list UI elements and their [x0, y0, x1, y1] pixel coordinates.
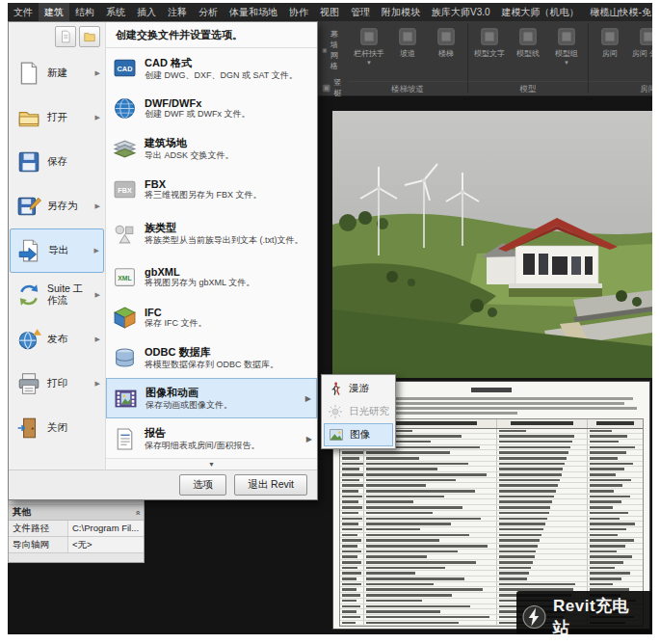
export-item-dwf[interactable]: DWF/DWFx创建 DWF 或 DWFx 文件。	[106, 89, 317, 129]
ribbon-tab[interactable]: 文件	[8, 3, 39, 21]
ribbon-button[interactable]: 房间	[591, 24, 629, 58]
ribbon-tab[interactable]: 建模大师（机电）	[496, 3, 585, 21]
menu-item-save[interactable]: 保存	[10, 140, 104, 184]
table-cell	[588, 571, 643, 576]
ribbon-tab[interactable]: 注释	[162, 3, 193, 21]
watermark-text: Revit充电站	[553, 595, 643, 634]
ribbon-tab[interactable]: 体量和场地	[224, 3, 283, 21]
export-item-gbxml[interactable]: XMLgbXML将视图另存为 gbXML 文件。	[106, 257, 317, 298]
table-cell	[364, 505, 497, 510]
ribbon-tab[interactable]: 附加模块	[376, 3, 426, 21]
table-cell	[497, 511, 588, 516]
export-item-text: 图像和动画保存动画或图像文件。	[145, 386, 298, 411]
model-3d-view[interactable]	[332, 111, 652, 378]
export-item-report[interactable]: 报告保存明细表或房间/面积报告。▶	[106, 418, 317, 459]
save-icon	[16, 149, 41, 174]
report-icon	[113, 427, 137, 451]
table-cell	[588, 517, 643, 522]
property-value[interactable]: C:\Program Fil...	[68, 521, 144, 536]
table-cell	[340, 483, 364, 488]
ribbon-small-button[interactable]: 幕墙 网格	[322, 29, 345, 71]
ribbon-button-label: 模型组	[555, 49, 578, 58]
export-item-fbx[interactable]: FBXFBX将三维视图另存为 FBX 文件。	[106, 169, 317, 209]
options-button[interactable]: 选项	[179, 474, 226, 496]
menu-item-new[interactable]: 新建▶	[10, 51, 104, 95]
ribbon-tab-bar: 文件建筑结构系统插入注释分析体量和场地协作视图管理附加模块族库大师V3.0建模大…	[8, 3, 652, 21]
ribbon-button[interactable]: 栏杆扶手▼	[350, 24, 388, 66]
submenu-arrow-icon: ▶	[95, 380, 100, 388]
ribbon-button[interactable]: 模型组▼	[547, 24, 586, 66]
table-cell	[497, 505, 588, 510]
text-bar	[590, 441, 619, 443]
flyout-item-image[interactable]: 图像	[324, 423, 393, 446]
export-item-family-types[interactable]: 族类型将族类型从当前族导出到文本 (.txt)文件。	[106, 209, 317, 257]
model-text-icon	[479, 26, 500, 47]
ribbon-tab[interactable]: 建筑	[39, 3, 69, 21]
export-item-ifc[interactable]: IFC保存 IFC 文件。	[106, 298, 317, 338]
property-value[interactable]: <无>	[68, 537, 144, 552]
table-cell	[497, 456, 588, 461]
text-bar	[499, 441, 571, 443]
flyout-item-solar-study[interactable]: 日光研究	[324, 400, 393, 423]
text-bar	[366, 545, 488, 548]
ribbon-button[interactable]: 模型文字	[470, 24, 509, 58]
menu-item-save-as[interactable]: 另存为▶	[10, 184, 104, 228]
ribbon-tab[interactable]: 橄榄山快模-免费版	[585, 3, 652, 21]
properties-rows: 文件路径C:\Program Fil...导向轴网<无>	[9, 521, 144, 553]
text-bar	[590, 457, 617, 460]
table-cell	[340, 467, 364, 471]
ribbon-small-button[interactable]: 竖梃	[322, 77, 345, 98]
export-item-building-site[interactable]: 建筑场地导出 ADSK 交换文件。	[106, 129, 317, 170]
ribbon-tab[interactable]: 族库大师V3.0	[426, 3, 496, 21]
export-item-title: gbXML	[145, 266, 312, 278]
export-item-odbc[interactable]: ODBC 数据库将模型数据保存到 ODBC 数据库。	[106, 338, 317, 379]
table-cell	[497, 522, 588, 526]
properties-group-label: 其他	[13, 506, 31, 519]
ribbon-tab[interactable]: 插入	[131, 3, 162, 21]
menu-item-suite-workflow[interactable]: Suite 工作流▶	[10, 273, 104, 317]
export-item-desc: 导出 ADSK 交换文件。	[145, 150, 312, 161]
menu-item-open[interactable]: 打开▶	[10, 95, 104, 140]
exit-button[interactable]: 退出 Revit	[234, 474, 307, 496]
text-bar	[366, 605, 470, 608]
table-cell	[588, 554, 643, 559]
menu-item-export[interactable]: 导出▶	[10, 228, 104, 273]
table-cell	[364, 538, 497, 543]
ribbon-tab[interactable]: 视图	[314, 3, 345, 21]
ribbon-tab[interactable]: 管理	[345, 3, 376, 21]
export-item-images-animations[interactable]: 图像和动画保存动画或图像文件。▶	[106, 378, 317, 418]
ribbon-tab[interactable]: 分析	[193, 3, 224, 21]
export-item-cad-format[interactable]: CADCAD 格式创建 DWG、DXF、DGN 或 SAT 文件。	[106, 48, 317, 89]
text-bar	[499, 435, 573, 438]
ribbon-tab[interactable]: 系统	[100, 3, 131, 21]
menu-item-publish[interactable]: 发布▶	[10, 317, 104, 362]
ribbon-button[interactable]: 坡道	[388, 24, 427, 58]
table-cell	[588, 538, 643, 543]
ribbon-tab[interactable]: 协作	[283, 3, 314, 21]
text-bar	[590, 555, 632, 558]
menu-item-print[interactable]: 打印▶	[10, 362, 104, 406]
table-cell	[588, 499, 643, 504]
ribbon-button[interactable]: 房间 分隔	[629, 24, 652, 58]
export-item-text: DWF/DWFx创建 DWF 或 DWFx 文件。	[145, 97, 312, 120]
recent-documents-button[interactable]	[55, 26, 76, 47]
schedule-title-bar	[471, 388, 512, 392]
collapse-icon: »	[132, 510, 142, 515]
properties-group-header[interactable]: 其他 »	[9, 505, 144, 521]
menu-item-close[interactable]: 关闭	[10, 406, 104, 450]
table-cell	[497, 550, 588, 554]
ribbon-tab[interactable]: 结构	[69, 3, 100, 21]
print-icon	[16, 371, 41, 396]
ribbon-button[interactable]: 模型线	[509, 24, 547, 58]
table-cell	[364, 582, 497, 587]
flyout-item-walkthrough[interactable]: 漫游	[324, 377, 393, 400]
table-cell	[588, 472, 643, 477]
text-bar	[590, 473, 616, 476]
railing-icon	[358, 26, 380, 47]
table-cell	[340, 609, 364, 614]
open-documents-button[interactable]	[79, 26, 100, 47]
ribbon-button[interactable]: 楼梯	[427, 24, 465, 58]
text-bar	[511, 421, 573, 425]
export-item-desc: 将视图另存为 gbXML 文件。	[145, 278, 312, 288]
text-bar	[590, 518, 620, 521]
